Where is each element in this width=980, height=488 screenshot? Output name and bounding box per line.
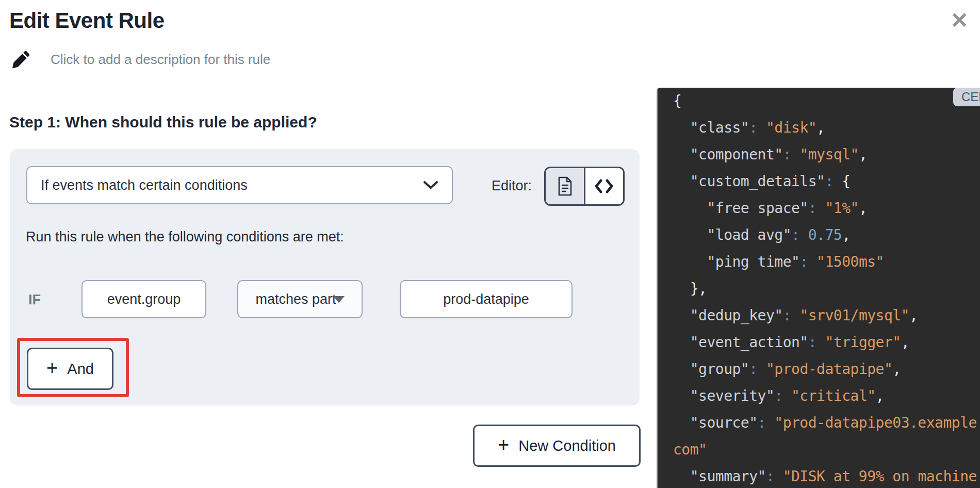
condition-value-input[interactable]: prod-datapipe	[400, 280, 573, 318]
edit-event-rule-modal: Edit Event Rule ✕ Click to add a descrip…	[0, 0, 980, 488]
rule-description-field[interactable]: Click to add a description for this rule	[11, 50, 270, 69]
chevron-down-icon	[423, 181, 438, 190]
conditions-intro-text: Run this rule when the following conditi…	[26, 229, 344, 245]
cef-badge: CEF	[953, 88, 980, 106]
match-type-select[interactable]: If events match certain conditions	[26, 166, 453, 204]
condition-operator-select[interactable]: matches part	[237, 280, 363, 318]
document-icon	[557, 176, 573, 197]
editor-mode-toggle	[544, 167, 625, 206]
condition-value-text: prod-datapipe	[443, 291, 529, 307]
condition-field-value: event.group	[107, 291, 181, 307]
page-title: Edit Event Rule	[9, 8, 165, 33]
code-editor-button[interactable]	[584, 168, 624, 204]
form-editor-button[interactable]	[546, 168, 584, 204]
caret-down-icon	[333, 296, 345, 303]
editor-label: Editor:	[492, 178, 532, 194]
event-json-preview: { "class": "disk", "component": "mysql",…	[657, 88, 980, 488]
code-icon	[594, 178, 614, 194]
new-condition-label: New Condition	[518, 437, 616, 454]
json-code: { "class": "disk", "component": "mysql",…	[658, 88, 980, 488]
plus-icon: +	[498, 434, 509, 456]
pencil-icon	[11, 50, 31, 69]
if-label: IF	[28, 292, 41, 308]
and-button[interactable]: + And	[27, 348, 113, 390]
condition-operator-value: matches part	[255, 291, 336, 307]
description-placeholder: Click to add a description for this rule	[51, 52, 270, 68]
new-condition-button[interactable]: + New Condition	[473, 425, 641, 467]
condition-field-input[interactable]: event.group	[81, 280, 206, 318]
step1-heading: Step 1: When should this rule be applied…	[9, 113, 317, 131]
match-type-value: If events match certain conditions	[41, 177, 248, 193]
and-button-label: And	[67, 361, 94, 378]
plus-icon: +	[46, 357, 58, 379]
close-button[interactable]: ✕	[945, 6, 974, 35]
close-icon: ✕	[950, 8, 968, 32]
